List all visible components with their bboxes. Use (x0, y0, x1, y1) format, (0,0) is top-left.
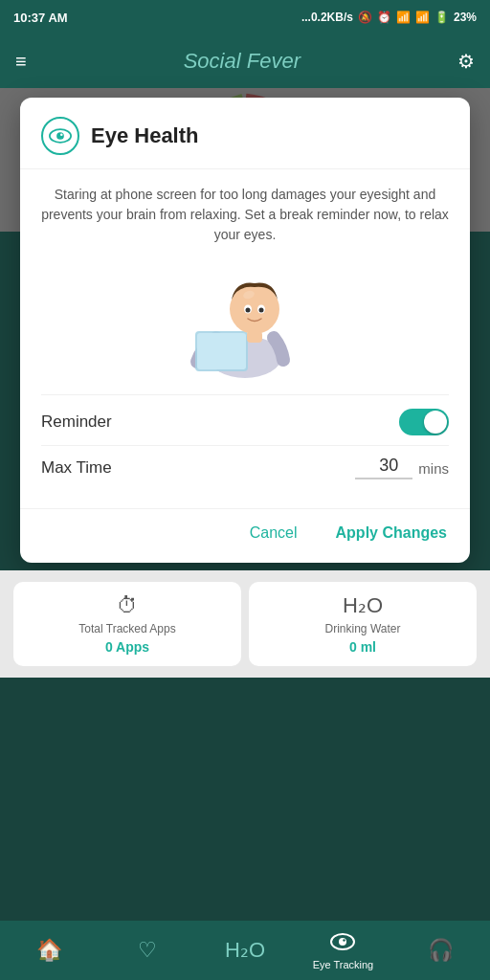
heart-icon: ♡ (138, 938, 157, 963)
network-status: ...0.2KB/s (301, 11, 353, 24)
reminder-row: Reminder (41, 394, 449, 445)
settings-icon[interactable]: ⚙ (457, 50, 475, 73)
illustration-area (41, 256, 449, 381)
eye-health-icon (49, 128, 72, 144)
modal-header: Eye Health (20, 98, 470, 169)
time-unit-label: mins (418, 460, 449, 479)
nav-heart[interactable]: ♡ (98, 938, 195, 963)
svg-point-1 (56, 132, 64, 140)
svg-point-10 (259, 308, 264, 313)
water-icon: H₂O (343, 593, 383, 618)
reminder-label: Reminder (41, 412, 112, 432)
nav-water[interactable]: H₂O (196, 938, 294, 963)
nav-eye-tracking[interactable]: Eye Tracking (294, 931, 391, 970)
modal-backdrop: Eye Health Staring at phone screen for t… (0, 88, 490, 980)
svg-point-6 (230, 284, 279, 334)
modal-description: Staring at phone screen for too long dam… (41, 185, 449, 245)
cancel-button[interactable]: Cancel (240, 519, 307, 547)
max-time-row: Max Time mins (41, 445, 449, 493)
max-time-input[interactable] (355, 456, 412, 479)
app-title: Social Fever (184, 49, 301, 74)
tracked-apps-card: ⏱ Total Tracked Apps 0 Apps (13, 582, 241, 666)
status-icons: ...0.2KB/s 🔕 ⏰ 📶 📶 🔋 23% (301, 11, 477, 24)
water-nav-icon: H₂O (225, 938, 265, 963)
drinking-water-card: H₂O Drinking Water 0 ml (249, 582, 477, 666)
svg-point-9 (246, 308, 251, 313)
signal-icon: 📶 (396, 11, 411, 24)
toggle-knob (424, 411, 447, 434)
eye-nav-icon (330, 931, 355, 956)
tracked-apps-value: 0 Apps (105, 639, 149, 655)
mute-icon: 🔕 (358, 11, 372, 24)
headphone-icon: 🎧 (428, 938, 454, 963)
nav-home[interactable]: 🏠 (0, 938, 98, 963)
bottom-nav: 🏠 ♡ H₂O Eye Tracking 🎧 (0, 921, 490, 980)
eye-tracking-label: Eye Tracking (313, 959, 374, 970)
eye-icon-circle (41, 117, 79, 155)
background-cards: ⏱ Total Tracked Apps 0 Apps H₂O Drinking… (0, 570, 490, 678)
wifi-icon: 📶 (415, 11, 430, 24)
home-icon: 🏠 (36, 938, 62, 963)
modal-body: Staring at phone screen for too long dam… (20, 169, 470, 508)
hamburger-icon[interactable]: ≡ (15, 51, 27, 73)
top-nav: ≡ Social Fever ⚙ (0, 34, 490, 88)
battery-percent: 23% (454, 11, 477, 24)
timer-icon: ⏱ (117, 593, 138, 618)
reading-illustration (168, 256, 322, 381)
nav-headphone[interactable]: 🎧 (392, 938, 490, 963)
apply-button[interactable]: Apply Changes (326, 519, 457, 547)
max-time-input-wrap: mins (355, 456, 449, 479)
modal-card: Eye Health Staring at phone screen for t… (20, 98, 470, 563)
tracked-apps-label: Total Tracked Apps (78, 622, 175, 635)
drinking-water-label: Drinking Water (325, 622, 401, 635)
reminder-toggle[interactable] (399, 409, 449, 435)
max-time-label: Max Time (41, 458, 344, 478)
status-time: 10:37 AM (13, 11, 68, 25)
modal-actions: Cancel Apply Changes (20, 508, 470, 563)
status-bar: 10:37 AM ...0.2KB/s 🔕 ⏰ 📶 📶 🔋 23% (0, 0, 490, 34)
modal-title: Eye Health (91, 123, 199, 148)
drinking-water-value: 0 ml (349, 639, 376, 655)
battery-icon: 🔋 (434, 11, 449, 24)
alarm-icon: ⏰ (377, 11, 391, 24)
svg-rect-5 (197, 333, 246, 369)
svg-rect-11 (247, 331, 262, 343)
svg-point-14 (339, 938, 346, 946)
svg-point-15 (344, 939, 345, 941)
svg-point-2 (60, 133, 63, 136)
